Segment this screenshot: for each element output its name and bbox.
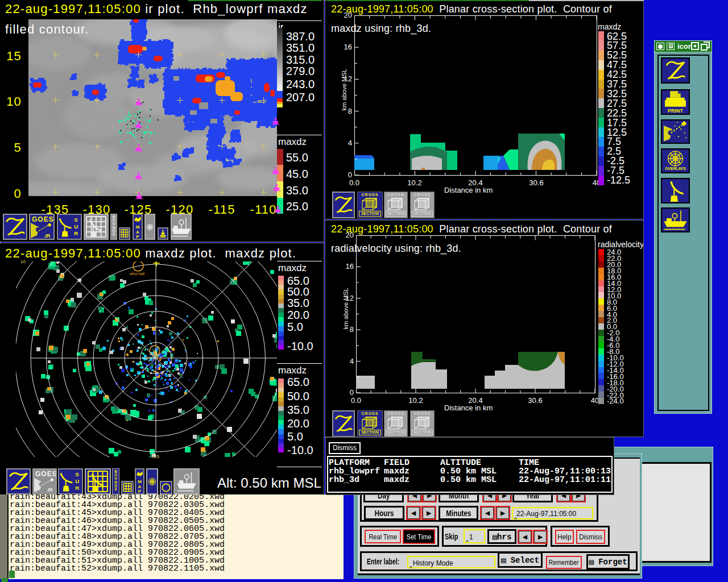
svg-text:U: U xyxy=(74,223,78,230)
svg-text:bo-125-0: bo-125-0 xyxy=(146,356,162,360)
svg-text:S: S xyxy=(74,217,78,223)
svg-text:.IR: .IR xyxy=(47,487,53,493)
svg-text:.IR: .IR xyxy=(44,233,51,239)
svg-text:who+sat: who+sat xyxy=(129,272,144,276)
svg-text:S: S xyxy=(75,471,79,477)
svg-text:R: R xyxy=(74,230,78,236)
svg-text:R: R xyxy=(75,485,79,491)
svg-text:U: U xyxy=(75,478,79,484)
